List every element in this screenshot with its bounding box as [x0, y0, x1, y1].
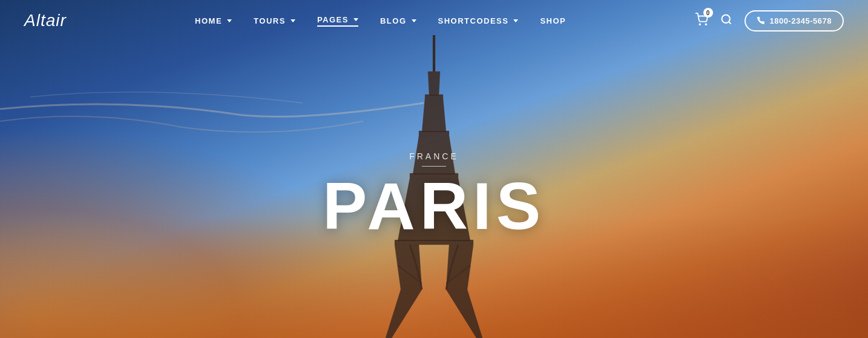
search-icon	[720, 13, 732, 25]
chevron-down-icon	[412, 19, 416, 22]
cart-button[interactable]: 0	[695, 13, 708, 28]
chevron-down-icon	[353, 18, 358, 21]
svg-marker-1	[428, 71, 440, 96]
svg-marker-10	[446, 245, 482, 338]
logo[interactable]: Altair	[24, 11, 67, 30]
search-button[interactable]	[720, 13, 732, 28]
hero-title: PARIS	[323, 173, 545, 239]
svg-point-23	[722, 15, 729, 23]
phone-button[interactable]: 1800-2345-5678	[745, 10, 844, 31]
svg-point-21	[699, 24, 700, 25]
nav-item-shop[interactable]: SHOP	[540, 16, 566, 25]
nav-item-pages[interactable]: PAGES	[317, 15, 358, 27]
chevron-down-icon	[291, 19, 295, 22]
logo-text: Altair	[24, 11, 67, 30]
nav-link-blog[interactable]: BLOG	[380, 16, 416, 25]
nav-item-home[interactable]: HOME	[195, 16, 232, 25]
svg-point-22	[705, 24, 706, 25]
svg-marker-3	[422, 98, 446, 132]
svg-marker-9	[386, 245, 422, 338]
nav-item-blog[interactable]: BLOG	[380, 16, 416, 25]
svg-rect-2	[425, 94, 443, 98]
phone-icon	[757, 16, 765, 25]
cart-badge: 0	[703, 8, 713, 18]
nav-links: HOME TOURS PAGES BLOG SHORTCODESS	[195, 15, 566, 27]
phone-number: 1800-2345-5678	[770, 16, 832, 25]
chevron-down-icon	[513, 19, 518, 22]
nav-link-pages[interactable]: PAGES	[317, 15, 358, 27]
nav-link-shortcodess[interactable]: SHORTCODESS	[438, 16, 519, 25]
hero-content: FRANCE PARIS	[323, 151, 545, 239]
navbar: Altair HOME TOURS PAGES BLOG	[0, 0, 868, 41]
hero-subtitle-line	[422, 166, 446, 167]
hero-subtitle: FRANCE	[323, 151, 545, 161]
chevron-down-icon	[227, 19, 232, 22]
nav-link-tours[interactable]: TOURS	[254, 16, 295, 25]
nav-right: 0 1800-2345-5678	[695, 10, 844, 31]
nav-link-shop[interactable]: SHOP	[540, 16, 566, 25]
svg-rect-4	[419, 131, 449, 136]
nav-link-home[interactable]: HOME	[195, 16, 232, 25]
nav-item-shortcodess[interactable]: SHORTCODESS	[438, 16, 519, 25]
nav-item-tours[interactable]: TOURS	[254, 16, 295, 25]
